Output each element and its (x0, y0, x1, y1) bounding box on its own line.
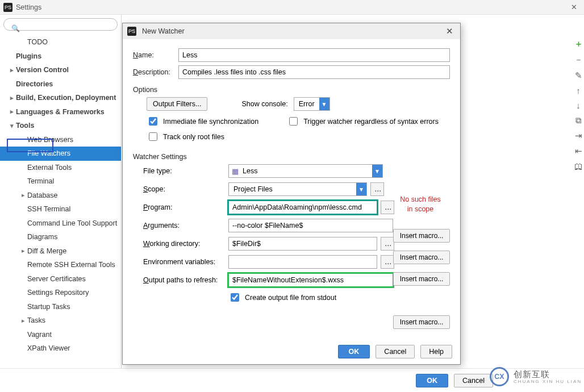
tree-item-file-watchers[interactable]: File Watchers (0, 147, 121, 161)
tree-item-external-tools[interactable]: External Tools (0, 161, 121, 175)
tree-item-todo[interactable]: TODO (0, 35, 121, 49)
tree-item-languages[interactable]: ▸Languages & Frameworks (0, 105, 121, 119)
immediate-sync-checkbox[interactable]: Immediate file synchronization (147, 115, 258, 127)
add-watcher-icon[interactable]: ＋ (574, 39, 583, 49)
move-down-icon[interactable]: ↓ (576, 101, 581, 110)
file-type-label: File type: (143, 167, 228, 175)
name-input[interactable] (178, 48, 450, 62)
insert-macro-working-dir-button[interactable]: Insert macro... (393, 272, 450, 286)
file-type-value: Less (241, 167, 372, 175)
watcher-toolbar: ＋ － ✎ ↑ ↓ ⧉ ⇥ ⇤ 🕮 (573, 23, 584, 171)
trigger-regardless-checkbox[interactable]: Trigger watcher regardless of syntax err… (287, 115, 439, 127)
arguments-input[interactable] (228, 219, 393, 232)
dialog-title: New Watcher (142, 27, 444, 35)
working-dir-browse-button[interactable]: … (381, 237, 394, 251)
dialog-ok-button[interactable]: OK (338, 345, 370, 358)
tree-item-remote-ssh[interactable]: Remote SSH External Tools (0, 258, 121, 272)
error-line: No such files (400, 195, 441, 203)
tree-label: Diff & Merge (27, 247, 66, 255)
watermark-logo-icon: CX (490, 367, 509, 386)
settings-ok-button[interactable]: OK (416, 374, 448, 387)
scope-select[interactable]: Project Files ▼ (228, 182, 367, 196)
tree-item-directories[interactable]: Directories (0, 77, 121, 91)
env-input[interactable] (228, 255, 377, 269)
output-paths-label: Output paths to refresh: (143, 276, 228, 284)
description-input[interactable] (178, 65, 450, 79)
chevron-down-icon: ▼ (372, 165, 382, 177)
tree-item-build[interactable]: ▸Build, Execution, Deployment (0, 91, 121, 105)
program-label: Program: (143, 203, 228, 211)
remove-watcher-icon[interactable]: － (574, 55, 583, 65)
chevron-right-icon: ▸ (19, 191, 27, 199)
tree-item-terminal[interactable]: Terminal (0, 174, 121, 189)
tree-item-database[interactable]: ▸Database (0, 189, 121, 203)
insert-macro-column: Insert macro... Insert macro... Insert m… (393, 229, 450, 329)
checkbox-label: Trigger watcher regardless of syntax err… (303, 118, 439, 126)
output-filters-button[interactable]: Output Filters... (147, 97, 207, 111)
tree-item-ssh-terminal[interactable]: SSH Terminal (0, 202, 121, 216)
tree-item-server-certs[interactable]: Server Certificates (0, 272, 121, 286)
name-label: Name: (133, 51, 178, 59)
chevron-down-icon: ▼ (356, 183, 366, 195)
window-close-button[interactable]: ✕ (568, 3, 581, 11)
chevron-right-icon: ▸ (8, 94, 16, 102)
tree-item-web-browsers[interactable]: Web Browsers (0, 133, 121, 147)
chevron-right-icon: ▸ (8, 66, 16, 74)
scope-label: Scope: (143, 185, 228, 193)
chevron-right-icon: ▸ (19, 247, 27, 255)
new-watcher-dialog: PS New Watcher ✕ Name: Description: Opti… (122, 23, 461, 365)
checkbox-label: Immediate file synchronization (163, 118, 258, 126)
tree-item-tasks[interactable]: ▸Tasks (0, 314, 121, 328)
chevron-right-icon: ▸ (8, 108, 16, 115)
show-console-value: Error (294, 100, 319, 108)
export-icon[interactable]: ⇤ (575, 146, 582, 156)
dialog-help-button[interactable]: Help (420, 345, 452, 358)
env-label: Environment variables: (143, 258, 228, 266)
settings-search-input[interactable] (3, 18, 118, 31)
show-console-select[interactable]: Error ▼ (294, 97, 330, 111)
tree-item-cmd-line[interactable]: Command Line Tool Support (0, 216, 121, 231)
tree-item-version-control[interactable]: ▸Version Control (0, 63, 121, 77)
tree-item-plugins[interactable]: Plugins (0, 49, 121, 64)
watermark-subtext: CHUANG XIN HU LIAN (514, 379, 582, 384)
edit-watcher-icon[interactable]: ✎ (575, 70, 582, 81)
settings-cancel-button[interactable]: Cancel (454, 374, 493, 387)
settings-tree: TODO Plugins ▸Version Control Directorie… (0, 34, 121, 368)
dialog-close-button[interactable]: ✕ (444, 26, 456, 36)
tree-label: Tasks (27, 316, 45, 324)
tree-item-tools[interactable]: ▾Tools (0, 119, 121, 133)
import-icon[interactable]: ⇥ (575, 131, 582, 141)
scope-error-message: No such files in scope (392, 195, 449, 214)
tree-item-settings-repo[interactable]: Settings Repository (0, 286, 121, 300)
bookmark-icon[interactable]: 🕮 (574, 161, 583, 171)
env-browse-button[interactable]: … (381, 255, 394, 269)
chevron-down-icon: ▼ (319, 98, 329, 110)
file-type-select[interactable]: ▦ Less ▼ (228, 164, 383, 178)
settings-sidebar: 🔍 TODO Plugins ▸Version Control Director… (0, 15, 122, 368)
tree-item-diff-merge[interactable]: ▸Diff & Merge (0, 244, 121, 258)
dialog-titlebar: PS New Watcher ✕ (123, 23, 460, 39)
checkbox-label: Create output file from stdout (245, 294, 336, 302)
copy-icon[interactable]: ⧉ (575, 115, 582, 126)
tree-item-vagrant[interactable]: Vagrant (0, 328, 121, 342)
move-up-icon[interactable]: ↑ (576, 86, 581, 95)
tree-item-xpath[interactable]: XPath Viewer (0, 341, 121, 356)
scope-browse-button[interactable]: … (370, 182, 384, 196)
search-container: 🔍 (3, 18, 118, 31)
tree-label: Languages & Frameworks (16, 108, 105, 116)
dialog-app-icon: PS (127, 27, 136, 36)
insert-macro-arguments-button[interactable]: Insert macro... (393, 251, 450, 264)
arguments-label: Arguments: (143, 222, 228, 230)
insert-macro-program-button[interactable]: Insert macro... (393, 229, 450, 243)
options-section-label: Options (133, 86, 450, 94)
tree-label: Version Control (16, 66, 69, 74)
output-paths-input[interactable] (228, 273, 393, 287)
settings-titlebar: PS Settings ✕ (0, 0, 584, 15)
program-input[interactable] (228, 201, 377, 214)
tree-item-startup[interactable]: Startup Tasks (0, 300, 121, 314)
tree-item-diagrams[interactable]: Diagrams (0, 230, 121, 244)
insert-macro-output-paths-button[interactable]: Insert macro... (393, 315, 450, 329)
working-dir-input[interactable] (228, 237, 377, 251)
track-root-checkbox[interactable]: Track only root files (147, 131, 450, 143)
dialog-cancel-button[interactable]: Cancel (376, 345, 415, 358)
